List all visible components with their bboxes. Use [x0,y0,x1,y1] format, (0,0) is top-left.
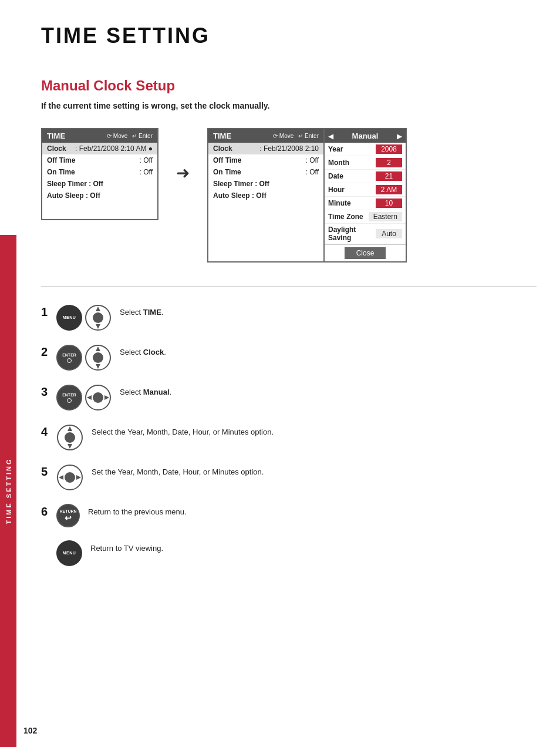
setting-hour: Hour 2 AM [325,183,406,197]
enter-button-icon-3: ENTER [56,385,82,410]
enter-icon: ↵ Enter [132,133,153,139]
section-description: If the current time setting is wrong, se… [41,101,537,110]
svg-marker-2 [96,324,100,329]
enter-button-icon-2: ENTER [56,345,82,371]
nav-ud-ring-4 [56,424,83,451]
manual-label: Manual [336,132,394,140]
step-6: 6 RETURN ↩ Return to the previous menu. [41,504,537,527]
svg-marker-18 [76,475,81,480]
svg-point-7 [93,352,103,363]
svg-marker-6 [96,364,100,369]
setting-date: Date 21 [325,170,406,183]
step-3-text: Select Manual. [120,386,171,398]
right-enter-icon: ↵ Enter [298,133,319,139]
step-7: 7 MENU Return to TV viewing. [41,540,537,566]
step-2: 2 ENTER Select Clock. [41,344,537,371]
menu-button-icon: MENU [56,305,82,331]
step-5-text: Set the Year, Month, Date, Hour, or Minu… [92,466,264,478]
left-panel-header: TIME ⟳ Move ↵ Enter [42,129,157,143]
svg-point-19 [65,472,75,483]
page-number: 102 [23,726,37,735]
close-button[interactable]: Close [345,247,386,259]
section-title: Manual Clock Setup [41,78,537,94]
step-7-icons: MENU [56,540,82,566]
left-panel-row-ontime: On Time : Off [42,166,157,178]
right-panel-title: TIME [213,132,231,140]
svg-marker-5 [96,346,100,351]
close-button-row: Close [325,244,406,261]
right-panel-row-ontime: On Time : Off [208,166,323,178]
menu-button-icon-2: MENU [56,540,82,566]
divider [41,286,537,287]
nav-lr-ring-5 [56,464,83,491]
side-bar: TIME SETTING [0,235,16,747]
step-5-icons [56,464,83,491]
side-bar-label: TIME SETTING [5,458,12,524]
manual-header: ◀ Manual ▶ [325,129,406,143]
settings-panel: ◀ Manual ▶ Year 2008 Month 2 Date 21 [325,128,407,263]
right-panel-container: TIME ⟳ Move ↵ Enter Clock : Feb/21/2008 … [207,128,407,263]
step-7-text: Return to TV viewing. [90,543,163,554]
svg-marker-10 [104,395,109,400]
step-1-text: Select TIME. [120,307,163,318]
left-panel-row-sleeptimer: Sleep Timer : Off [42,178,157,190]
right-panel-row-offtime: Off Time : Off [208,154,323,166]
setting-minute: Minute 10 [325,197,406,210]
move-icon: ⟳ Move [107,133,127,139]
svg-point-11 [93,392,103,403]
return-button-icon: RETURN ↩ [56,504,80,527]
step-6-text: Return to the previous menu. [88,506,187,518]
arrow-right-icon: ➜ [176,163,190,183]
step-4-text: Select the Year, Month, Date, Hour, or M… [92,426,274,438]
svg-marker-9 [87,395,92,400]
page-title: TIME SETTING [41,23,537,48]
left-panel-nav: ⟳ Move ↵ Enter [107,133,153,139]
setting-timezone: Time Zone Eastern [325,210,406,224]
step-6-number: 6 [41,505,48,519]
step-2-number: 2 [41,345,48,359]
step-4-icons [56,424,83,451]
step-2-icons: ENTER [56,344,112,371]
step-4: 4 Select the Year, Month, Date, Hour, or… [41,424,537,451]
step-1-number: 1 [41,305,48,319]
nav-lr-ring-3 [85,384,112,411]
step-5-number: 5 [41,465,48,479]
svg-marker-13 [68,426,72,431]
step-3-number: 3 [41,385,48,399]
svg-marker-17 [59,475,63,480]
left-panel-row-offtime: Off Time : Off [42,154,157,166]
step-2-text: Select Clock. [120,346,166,358]
step-6-icons: RETURN ↩ [56,504,80,527]
right-panel-row-clock: Clock : Feb/21/2008 2:10 [208,143,323,154]
nav-ud-ring-2 [85,344,112,371]
right-move-icon: ⟳ Move [273,133,294,139]
left-panel-row-clock: Clock : Feb/21/2008 2:10 AM ● [42,143,157,154]
svg-point-15 [65,432,75,443]
step-3-icons: ENTER [56,384,112,411]
svg-marker-14 [68,444,72,449]
right-panel-row-sleeptimer: Sleep Timer : Off [208,178,323,190]
left-panel-title: TIME [47,132,65,140]
setting-daylight: DaylightSaving Auto [325,224,406,244]
right-panel-row-autosleep: Auto Sleep : Off [208,190,323,201]
setting-month: Month 2 [325,156,406,170]
right-panel-header: TIME ⟳ Move ↵ Enter [208,129,323,143]
setting-year: Year 2008 [325,143,406,156]
right-panel-nav: ⟳ Move ↵ Enter [273,133,319,139]
left-panel-row-autosleep: Auto Sleep : Off [42,190,157,201]
nav-ud-ring-1 [85,304,112,331]
manual-left-arrow[interactable]: ◀ [328,132,333,140]
step-5: 5 Set the Year, Month, Date, Hour, or Mi… [41,464,537,491]
step-1-icons: MENU [56,304,112,331]
manual-right-arrow[interactable]: ▶ [397,132,402,140]
left-panel: TIME ⟳ Move ↵ Enter Clock : Feb/21/2008 … [41,128,158,220]
step-3: 3 ENTER Select Manual. [41,384,537,411]
panels-row: TIME ⟳ Move ↵ Enter Clock : Feb/21/2008 … [41,128,537,263]
svg-marker-1 [96,307,100,311]
step-4-number: 4 [41,425,48,439]
steps-section: 1 MENU Select TIME. [41,304,537,566]
step-1: 1 MENU Select TIME. [41,304,537,331]
right-panel-left: TIME ⟳ Move ↵ Enter Clock : Feb/21/2008 … [207,128,325,263]
svg-point-3 [93,312,103,323]
